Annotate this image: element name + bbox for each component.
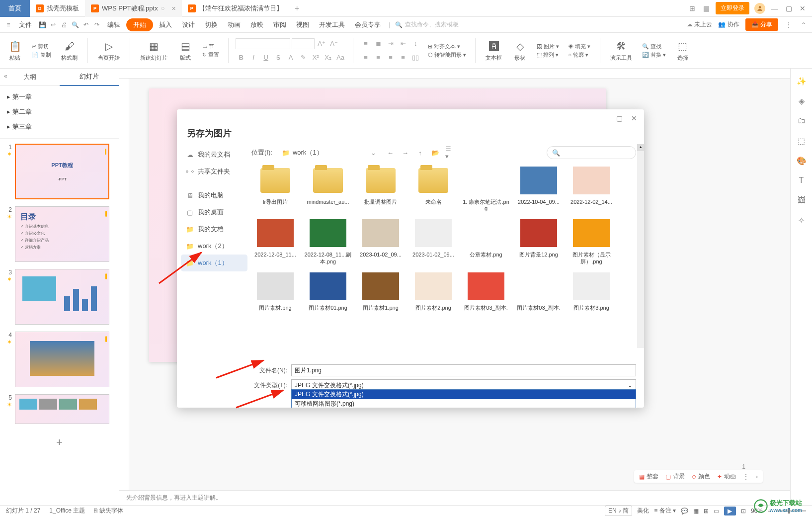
lang-button[interactable]: EN ♪ 简: [605, 506, 632, 516]
menu-show[interactable]: 放映: [246, 18, 267, 31]
slide-thumb-4[interactable]: 4✶: [5, 332, 114, 387]
more-icon[interactable]: ⋮: [743, 473, 749, 480]
menu-transition[interactable]: 切换: [201, 18, 222, 31]
notes-toggle[interactable]: ≡ 备注 ▾: [654, 507, 676, 515]
fontsize-select[interactable]: [292, 38, 315, 49]
smartart-button[interactable]: ⬡ 转智能图形 ▾: [428, 51, 466, 59]
close-icon[interactable]: ✕: [798, 4, 807, 13]
more-icon[interactable]: ⋮: [784, 20, 793, 29]
missing-font[interactable]: ⎘ 缺失字体: [94, 507, 123, 515]
select-button[interactable]: ⬚选择: [673, 39, 693, 62]
fit-icon[interactable]: ⊡: [741, 508, 746, 515]
add-slide-button[interactable]: +: [5, 431, 114, 454]
strike-icon[interactable]: S̶: [273, 52, 284, 63]
filename-input[interactable]: [291, 364, 636, 376]
play-button[interactable]: ▶: [724, 507, 736, 516]
section-button[interactable]: ▭ 节: [202, 43, 219, 50]
cut-button[interactable]: ✂ 剪切: [32, 43, 51, 50]
print-icon[interactable]: 🖨: [60, 20, 69, 29]
align-center-icon[interactable]: ≡: [373, 52, 384, 63]
format-painter[interactable]: 🖌格式刷: [58, 39, 81, 62]
outline-button[interactable]: ○ 轮廓 ▾: [568, 51, 590, 59]
preview-icon[interactable]: 🔍: [71, 20, 80, 29]
find-button[interactable]: 🔍 查找: [642, 43, 666, 50]
sup-icon[interactable]: X²: [310, 52, 321, 63]
chapter-item[interactable]: ▸ 第三章: [5, 119, 114, 134]
chapter-item[interactable]: ▸ 第二章: [5, 104, 114, 119]
layout-icon[interactable]: ⬚: [796, 135, 807, 146]
file-item[interactable]: 批量调整图片: [357, 164, 405, 212]
expand-icon[interactable]: ⌃: [799, 20, 808, 29]
menu-view[interactable]: 视图: [292, 18, 313, 31]
bg-button[interactable]: ▢ 背景: [665, 472, 685, 481]
bold-icon[interactable]: B: [236, 52, 246, 63]
chapter-item[interactable]: ▸ 第一章: [5, 89, 114, 104]
style-icon[interactable]: ◈: [796, 95, 807, 106]
login-button[interactable]: 立即登录: [716, 2, 749, 14]
effect-icon[interactable]: ✧: [796, 215, 807, 226]
underline-icon[interactable]: U: [260, 52, 271, 63]
nav-desktop[interactable]: ▢我的桌面: [177, 204, 251, 221]
grid-icon[interactable]: ⊞: [688, 4, 697, 13]
save-icon[interactable]: 💾: [38, 20, 47, 29]
tab-outline[interactable]: 大纲: [0, 69, 60, 86]
ai-icon[interactable]: ✨: [796, 76, 807, 86]
undo-icon[interactable]: ↶: [81, 20, 90, 29]
collapse-icon[interactable]: «: [4, 73, 7, 80]
file-menu[interactable]: 文件: [15, 18, 36, 31]
text-icon[interactable]: T: [796, 175, 807, 186]
lineheight-icon[interactable]: ↕: [410, 38, 421, 49]
file-item[interactable]: 2022-12-08_11...副本.png: [304, 217, 352, 264]
fill-button[interactable]: ◈ 填充 ▾: [568, 43, 590, 50]
file-item[interactable]: 公章素材.png: [462, 217, 510, 264]
slide-thumb-2[interactable]: 2✶ 目录✓ 介绍基本信息✓ 介绍公文化✓ 详细介绍产品✓ 营销方案: [5, 206, 114, 262]
font-select[interactable]: [236, 38, 290, 49]
close-icon[interactable]: ✕: [629, 113, 639, 123]
up-icon[interactable]: ↑: [415, 148, 425, 158]
search-placeholder[interactable]: 查找命令、搜索模板: [405, 20, 459, 29]
menu-review[interactable]: 审阅: [269, 18, 290, 31]
italic-icon[interactable]: I: [248, 52, 259, 63]
anim-button[interactable]: ✦ 动画: [717, 472, 736, 481]
file-item[interactable]: 2022-12-02_14...: [568, 164, 615, 212]
file-item[interactable]: 未命名: [409, 164, 457, 212]
apps-icon[interactable]: ▦: [702, 4, 711, 13]
aligntext-button[interactable]: ⊞ 对齐文本 ▾: [428, 43, 466, 50]
maximize-icon[interactable]: ▢: [784, 4, 793, 13]
minimize-icon[interactable]: —: [770, 4, 779, 13]
resource-icon[interactable]: 🗂: [796, 115, 807, 126]
menu-dev[interactable]: 开发工具: [315, 18, 349, 31]
search-input[interactable]: 🔍: [547, 146, 636, 159]
tools-button[interactable]: 🛠演示工具: [607, 39, 635, 62]
slide-thumb-3[interactable]: 3✶: [5, 269, 114, 325]
back-icon[interactable]: ←: [386, 148, 396, 158]
file-item[interactable]: 图片素材1.png: [357, 270, 405, 311]
option-jpg[interactable]: JPEG 文件交换格式(*.jpg): [292, 390, 636, 399]
nav-docs[interactable]: 📁我的文档: [177, 221, 251, 238]
nav-share[interactable]: ⚬⚬共享文件夹: [177, 163, 251, 180]
beauty-button[interactable]: 美化: [637, 507, 649, 515]
avatar[interactable]: [754, 3, 765, 14]
forward-icon[interactable]: →: [401, 148, 410, 158]
redo-icon[interactable]: ↷: [92, 20, 101, 29]
menu-start[interactable]: 开始: [126, 18, 153, 31]
slide-thumb-1[interactable]: 1✶ PPT教程·PPT: [5, 144, 114, 199]
color-icon[interactable]: 🎨: [796, 155, 807, 166]
copy-button[interactable]: 📄 复制: [32, 51, 51, 59]
increase-font-icon[interactable]: A⁺: [316, 38, 327, 49]
new-slide[interactable]: ▦新建幻灯片: [137, 39, 170, 62]
fontcolor-icon[interactable]: A: [285, 52, 296, 63]
reset-button[interactable]: ↻ 重置: [202, 51, 219, 59]
tab-other[interactable]: P 【端午狂欢祝福浓情满节日】: [182, 0, 289, 17]
menu-design[interactable]: 设计: [178, 18, 199, 31]
nav-cloud[interactable]: ☁我的云文档: [177, 146, 251, 163]
file-item[interactable]: mindmaster_au...: [304, 164, 352, 212]
paste-group[interactable]: 📋粘贴: [5, 39, 25, 62]
color-button[interactable]: ◇ 颜色: [692, 472, 710, 481]
file-item[interactable]: 图片背景12.png: [515, 217, 563, 264]
menu-insert[interactable]: 插入: [155, 18, 176, 31]
decrease-font-icon[interactable]: A⁻: [328, 38, 339, 49]
view-normal-icon[interactable]: ▦: [693, 508, 699, 515]
view-icon[interactable]: ☰ ▾: [445, 148, 455, 158]
close-icon[interactable]: ×: [172, 4, 176, 12]
